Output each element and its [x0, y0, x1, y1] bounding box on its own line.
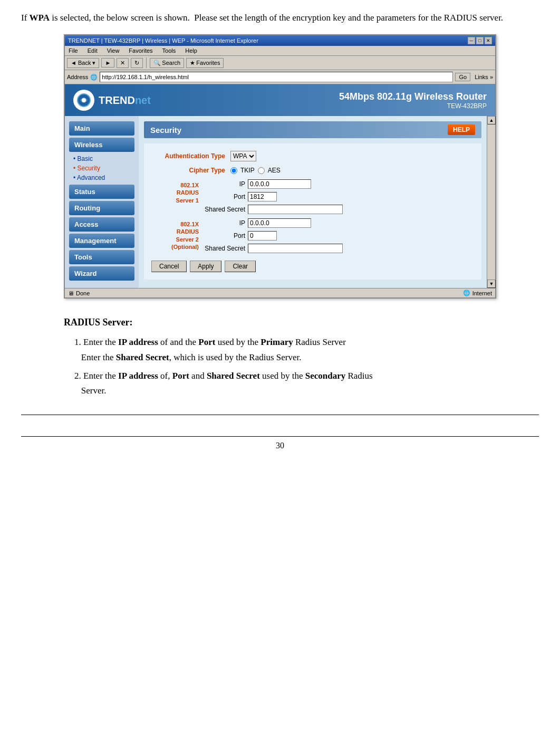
browser-window: TRENDNET | TEW-432BRP | Wireless | WEP -… — [64, 34, 496, 299]
step-1-bold-secret: Shared Secret — [116, 352, 169, 362]
refresh-button[interactable]: ↻ — [131, 58, 143, 68]
browser-menubar: File Edit View Favorites Tools Help — [65, 46, 495, 56]
menu-file[interactable]: File — [67, 47, 80, 54]
model-title: 54Mbps 802.11g Wireless Router — [339, 91, 487, 102]
scroll-down-button[interactable]: ▼ — [487, 280, 496, 288]
forward-button[interactable]: ► — [101, 58, 114, 68]
address-input[interactable] — [100, 72, 453, 82]
radius2-secret-row: Shared Secret — [203, 244, 343, 253]
sidebar-item-security[interactable]: Security — [69, 164, 134, 173]
sidebar-item-access[interactable]: Access — [69, 217, 134, 232]
radius1-section: 802.1XRADIUSServer 1 IP Port — [151, 179, 474, 214]
radius2-label: 802.1XRADIUSServer 2(Optional) — [151, 220, 199, 251]
step-1-number: 1. — [74, 337, 81, 347]
panel-title: Security — [150, 126, 181, 134]
radius2-ip-label: IP — [203, 219, 245, 227]
stop-button[interactable]: ✕ — [117, 58, 129, 68]
star-icon: ★ — [190, 60, 195, 66]
back-button[interactable]: ◄ Back ▾ — [67, 58, 99, 68]
auth-type-select[interactable]: WPA — [230, 151, 256, 161]
radius1-secret-row: Shared Secret — [203, 205, 343, 214]
router-panel: Security HELP Authentication Type WPA — [139, 116, 487, 288]
browser-statusbar: 🖥 Done 🌐 Internet — [65, 288, 495, 297]
status-icon: 🖥 — [68, 290, 74, 296]
scroll-up-button[interactable]: ▲ — [487, 116, 496, 124]
help-button[interactable]: HELP — [448, 124, 475, 135]
radius1-ip-row: IP — [203, 179, 343, 189]
sidebar-item-tools[interactable]: Tools — [69, 250, 134, 264]
search-button[interactable]: 🔍 Search — [150, 58, 184, 68]
form-buttons: Cancel Apply Clear — [151, 261, 474, 272]
sidebar-item-basic[interactable]: Basic — [69, 154, 134, 164]
radius2-section: 802.1XRADIUSServer 2(Optional) IP Port — [151, 218, 474, 253]
radius1-label: 802.1XRADIUSServer 1 — [151, 181, 199, 204]
menu-edit[interactable]: Edit — [86, 47, 99, 54]
vertical-scrollbar[interactable]: ▲ ▼ — [487, 116, 495, 288]
model-sub: TEW-432BRP — [339, 102, 487, 110]
sidebar-item-routing[interactable]: Routing — [69, 201, 134, 215]
step-2-number: 2. — [74, 371, 81, 381]
sidebar-item-management[interactable]: Management — [69, 234, 134, 248]
cipher-tkip-radio[interactable] — [230, 167, 237, 174]
step-2-bold-secondary: Secondary — [305, 371, 346, 381]
maximize-button[interactable]: □ — [476, 37, 484, 44]
browser-addressbar: Address 🌐 Go Links » — [65, 70, 495, 84]
radius1-secret-input[interactable] — [248, 205, 343, 214]
radius-section-title: RADIUS Server: — [64, 314, 496, 331]
router-main-wrapper: Main Wireless Basic Security Advanced St… — [65, 116, 495, 288]
radius1-ip-input[interactable] — [248, 179, 311, 189]
radius2-port-input[interactable] — [248, 231, 277, 241]
router-header: TRENDnet 54Mbps 802.11g Wireless Router … — [65, 84, 495, 116]
scroll-thumb[interactable] — [487, 124, 495, 280]
address-label: Address — [67, 74, 88, 80]
browser-toolbar: ◄ Back ▾ ► ✕ ↻ 🔍 Search ★ Favorites — [65, 56, 495, 70]
step-2-bold-port: Port — [172, 371, 189, 381]
cipher-aes-label: AES — [268, 167, 281, 174]
intro-paragraph: If WPA is selected, the below screen is … — [21, 11, 539, 25]
step-1-bold-ip: IP address — [118, 337, 158, 347]
radius1-secret-label: Shared Secret — [203, 206, 245, 213]
page-divider — [21, 415, 539, 415]
panel-header: Security HELP — [144, 121, 481, 138]
status-right: 🌐 Internet — [463, 290, 492, 296]
apply-button[interactable]: Apply — [190, 261, 221, 272]
cipher-type-row: Cipher Type TKIP AES — [151, 167, 474, 174]
radius1-fields: IP Port Shared Secret — [203, 179, 343, 214]
browser-window-controls: ─ □ ✕ — [468, 37, 492, 44]
step-1-bold-primary: Primary — [260, 337, 293, 347]
favorites-button[interactable]: ★ Favorites — [186, 58, 224, 68]
form-area: Authentication Type WPA Cipher Type TKIP — [144, 143, 481, 280]
radius2-fields: IP Port Shared Secret — [203, 218, 343, 253]
sidebar-item-status[interactable]: Status — [69, 185, 134, 199]
radius1-port-input[interactable] — [248, 192, 277, 201]
svg-point-1 — [82, 98, 86, 102]
cancel-button[interactable]: Cancel — [151, 261, 187, 272]
logo-icon — [73, 90, 94, 111]
step-2: 2. Enter the IP address of, Port and Sha… — [74, 369, 496, 399]
menu-help[interactable]: Help — [184, 47, 199, 54]
sidebar-item-wireless[interactable]: Wireless — [69, 138, 134, 152]
radius2-ip-input[interactable] — [248, 218, 311, 228]
sidebar-item-main[interactable]: Main — [69, 121, 134, 136]
trendnet-logo: TRENDnet — [73, 90, 151, 111]
radius2-secret-input[interactable] — [248, 244, 343, 253]
cipher-aes-radio[interactable] — [258, 167, 265, 174]
radius2-secret-label: Shared Secret — [203, 245, 245, 252]
toolbar-separator — [146, 57, 147, 68]
search-icon: 🔍 — [153, 60, 161, 66]
close-button[interactable]: ✕ — [485, 37, 492, 44]
radius1-port-label: Port — [203, 193, 245, 200]
menu-tools[interactable]: Tools — [161, 47, 178, 54]
router-model: 54Mbps 802.11g Wireless Router TEW-432BR… — [339, 91, 487, 110]
menu-view[interactable]: View — [105, 47, 121, 54]
go-button[interactable]: Go — [455, 73, 470, 81]
status-text: Done — [76, 290, 90, 296]
minimize-button[interactable]: ─ — [468, 37, 475, 44]
clear-button[interactable]: Clear — [225, 261, 256, 272]
menu-favorites[interactable]: Favorites — [127, 47, 154, 54]
page-number: 30 — [21, 436, 539, 450]
sidebar-item-advanced[interactable]: Advanced — [69, 173, 134, 182]
cipher-options: TKIP AES — [230, 167, 281, 174]
cipher-type-label: Cipher Type — [151, 167, 225, 174]
sidebar-item-wizard[interactable]: Wizard — [69, 266, 134, 281]
